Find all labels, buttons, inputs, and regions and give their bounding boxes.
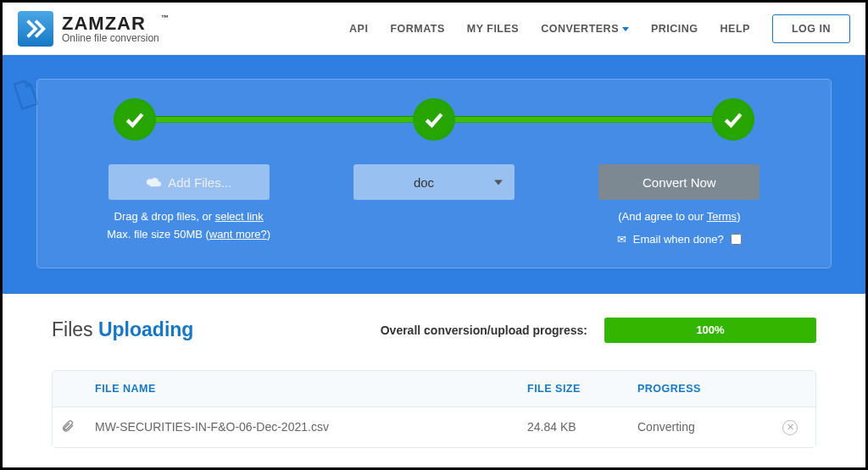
nav-my-files[interactable]: MY FILES — [467, 23, 519, 35]
col-file-name: FILE NAME — [95, 383, 527, 395]
files-status: Uploading — [98, 318, 193, 340]
col-file-size: FILE SIZE — [527, 383, 637, 395]
nav-help[interactable]: HELP — [721, 23, 750, 35]
header-bar: ZAMZAR Online file conversion API FORMAT… — [3, 3, 865, 55]
email-done-checkbox[interactable] — [731, 234, 742, 245]
cell-progress: Converting — [637, 420, 773, 434]
format-select[interactable]: doc — [353, 164, 515, 200]
add-files-button[interactable]: Add Files... — [108, 164, 270, 200]
convert-now-button[interactable]: Convert Now — [598, 164, 760, 200]
nav-formats[interactable]: FORMATS — [390, 23, 444, 35]
email-done-label: Email when done? — [633, 233, 724, 246]
login-button[interactable]: LOG IN — [772, 14, 850, 43]
agree-suffix: ) — [737, 210, 740, 223]
table-row: MW-SECURITIES-IN-F&O-06-Dec-2021.csv 24.… — [53, 406, 815, 447]
select-link[interactable]: select link — [215, 210, 264, 223]
terms-link[interactable]: Terms — [707, 210, 737, 223]
logo-mark-icon — [18, 11, 53, 47]
nav-pricing[interactable]: PRICING — [651, 23, 698, 35]
files-section: Files Uploading Overall conversion/uploa… — [3, 294, 865, 448]
add-files-label: Add Files... — [168, 175, 231, 190]
cell-file-size: 24.84 KB — [527, 420, 637, 434]
brand-logo[interactable]: ZAMZAR Online file conversion — [18, 11, 159, 47]
col-progress: PROGRESS — [637, 383, 773, 395]
files-table: FILE NAME FILE SIZE PROGRESS MW-SECURITI… — [52, 370, 816, 448]
cell-file-name: MW-SECURITIES-IN-F&O-06-Dec-2021.csv — [95, 420, 527, 434]
attachment-icon — [61, 419, 95, 435]
step-3-done-icon — [712, 98, 754, 141]
wizard-steps — [114, 98, 754, 141]
brand-tagline: Online file conversion — [62, 33, 159, 43]
brand-name: ZAMZAR — [62, 14, 159, 33]
chevron-down-icon — [622, 27, 629, 31]
mail-icon: ✉ — [617, 233, 626, 246]
cloud-upload-icon — [146, 176, 161, 188]
drag-drop-text: Drag & drop files, or — [114, 210, 215, 223]
agree-prefix: (And agree to our — [618, 210, 707, 223]
want-more-link[interactable]: want more? — [209, 228, 267, 241]
nav-converters[interactable]: CONVERTERS — [541, 23, 629, 35]
max-size-suffix: ) — [267, 228, 270, 241]
step-1-done-icon — [114, 98, 156, 141]
cancel-row-button[interactable]: ✕ — [782, 420, 798, 435]
step-2-done-icon — [413, 98, 455, 141]
files-heading: Files Uploading — [52, 318, 193, 341]
max-size-prefix: Max. file size 50MB ( — [107, 228, 209, 241]
nav-api[interactable]: API — [349, 23, 368, 35]
top-nav: API FORMATS MY FILES CONVERTERS PRICING … — [349, 14, 850, 43]
overall-progress-label: Overall conversion/upload progress: — [381, 323, 587, 337]
overall-progress-bar: 100% — [604, 318, 816, 343]
hero-section: Add Files... Drag & drop files, or selec… — [3, 55, 865, 294]
